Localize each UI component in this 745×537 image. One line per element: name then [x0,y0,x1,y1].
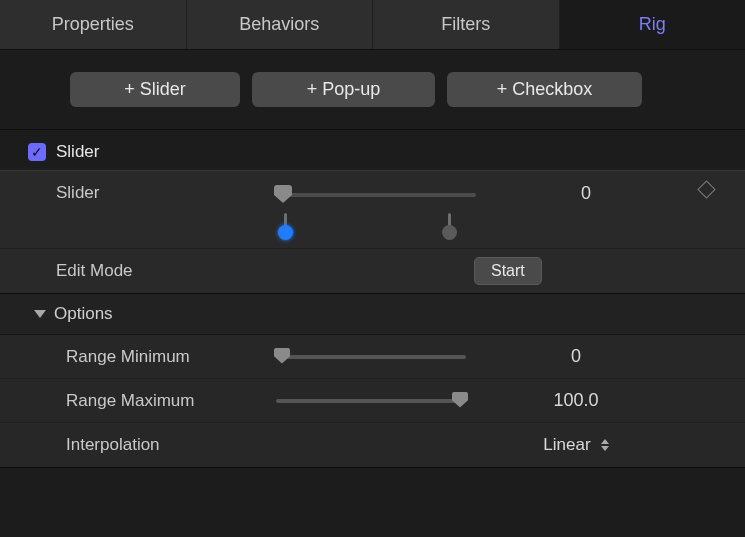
interpolation-popup[interactable]: Linear [543,435,608,455]
keyframe-cell [676,183,736,196]
inspector-tabs: Properties Behaviors Filters Rig [0,0,745,50]
range-maximum-slider[interactable] [276,399,466,403]
edit-mode-label: Edit Mode [56,261,276,281]
slider-value[interactable]: 0 [496,183,676,204]
slider-label: Slider [56,183,276,203]
widget-params: Slider 0 Edit Mode Start [0,170,745,294]
widget-header: ✓ Slider [0,130,745,170]
options-group: Range Minimum 0 Range Maximum 100.0 Inte… [0,335,745,468]
check-icon: ✓ [31,145,43,159]
tab-behaviors[interactable]: Behaviors [187,0,374,49]
tab-filters[interactable]: Filters [373,0,560,49]
tab-properties[interactable]: Properties [0,0,187,49]
widget-enabled-checkbox[interactable]: ✓ [28,143,46,161]
keyframe-icon[interactable] [697,180,715,198]
range-minimum-row: Range Minimum 0 [0,335,745,379]
edit-mode-row: Edit Mode Start [0,249,745,293]
edit-mode-start-button[interactable]: Start [474,257,542,285]
widget-title: Slider [56,142,99,162]
interpolation-value: Linear [543,435,590,455]
options-label: Options [54,304,113,324]
add-popup-button[interactable]: + Pop-up [252,72,435,107]
options-header[interactable]: Options [0,294,745,335]
interpolation-label: Interpolation [66,435,276,455]
slider-track [276,193,476,197]
slider-control[interactable] [276,183,476,239]
add-slider-button[interactable]: + Slider [70,72,240,107]
range-minimum-label: Range Minimum [66,347,276,367]
range-maximum-value[interactable]: 100.0 [476,390,676,411]
slider-row: Slider 0 [0,171,745,249]
range-maximum-thumb[interactable] [452,392,468,408]
updown-icon [601,439,609,451]
slider-thumb[interactable] [274,185,292,203]
snapshot-dot-active[interactable] [278,225,293,240]
chevron-down-icon [34,310,46,318]
add-checkbox-button[interactable]: + Checkbox [447,72,642,107]
range-minimum-slider[interactable] [276,355,466,359]
add-widget-toolbar: + Slider + Pop-up + Checkbox [0,50,745,130]
range-maximum-row: Range Maximum 100.0 [0,379,745,423]
range-maximum-label: Range Maximum [66,391,276,411]
range-minimum-thumb[interactable] [274,348,290,364]
range-minimum-value[interactable]: 0 [476,346,676,367]
interpolation-row: Interpolation Linear [0,423,745,467]
snapshot-track [276,223,476,237]
snapshot-dot[interactable] [442,225,457,240]
tab-rig[interactable]: Rig [560,0,746,49]
